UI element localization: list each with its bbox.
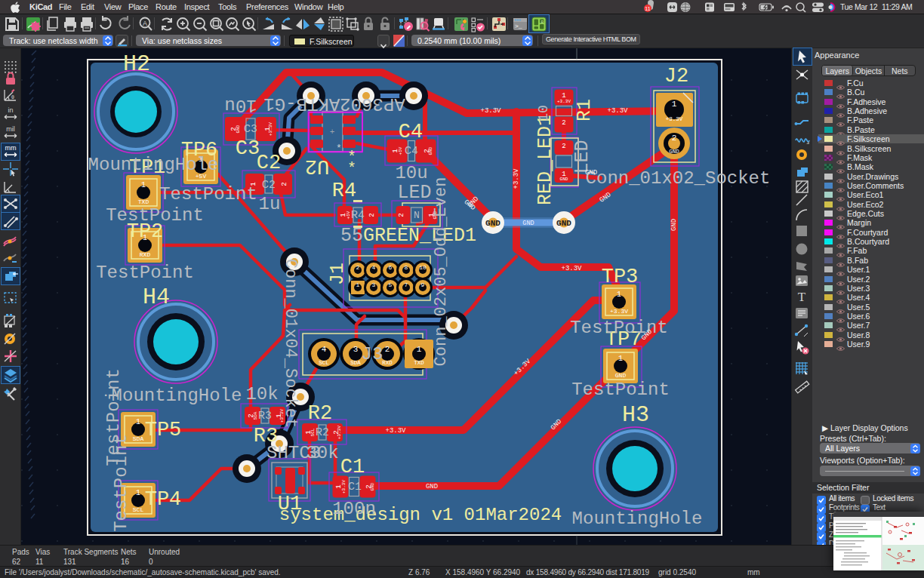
svg-text:SCL: SCL — [133, 506, 144, 513]
svg-text:J1: J1 — [327, 263, 349, 285]
svg-text:GND: GND — [485, 219, 500, 228]
svg-text:2: 2 — [368, 213, 376, 217]
svg-text:1: 1 — [356, 281, 360, 288]
svg-text:C1: C1 — [340, 456, 365, 478]
svg-text:4: 4 — [372, 264, 376, 271]
svg-text:N: N — [414, 210, 420, 221]
svg-text:3: 3 — [372, 281, 376, 288]
svg-text:2: 2 — [562, 119, 565, 127]
svg-text:2: 2 — [281, 182, 288, 186]
svg-text:TestPoint: TestPoint — [106, 205, 204, 226]
svg-text:MountingHole: MountingHole — [88, 155, 219, 175]
svg-text:SCL: SCL — [310, 428, 316, 436]
svg-text:+5V: +5V — [346, 211, 351, 219]
svg-text:9: 9 — [421, 281, 425, 288]
svg-text:+5V: +5V — [398, 146, 403, 155]
svg-text:MountingHole: MountingHole — [572, 509, 703, 529]
svg-text:J2: J2 — [664, 65, 688, 88]
svg-text:2: 2 — [672, 134, 677, 143]
svg-text:θ: θ — [11, 94, 14, 100]
svg-text:C4: C4 — [405, 145, 418, 158]
svg-text:SDA: SDA — [253, 411, 258, 420]
svg-text:+3.3V: +3.3V — [385, 427, 406, 435]
svg-text:GND: GND — [670, 219, 678, 231]
svg-text:C2: C2 — [257, 152, 281, 174]
svg-text:R2: R2 — [308, 402, 332, 425]
svg-text:C3: C3 — [244, 123, 257, 136]
svg-text:1: 1 — [672, 100, 677, 109]
svg-text:H4: H4 — [143, 284, 170, 310]
svg-text:+3.3V: +3.3V — [341, 480, 346, 493]
svg-text:R2: R2 — [316, 426, 329, 439]
svg-text:SHTC3: SHTC3 — [266, 443, 321, 463]
svg-text:Conn_02x05_Odd_Even: Conn_02x05_Odd_Even — [432, 177, 451, 367]
svg-text:10u: 10u — [395, 163, 427, 183]
svg-text:R4: R4 — [332, 180, 356, 202]
svg-text:A: A — [143, 20, 147, 27]
svg-text:+3.3V: +3.3V — [480, 107, 501, 115]
svg-text:1u: 1u — [259, 194, 281, 214]
svg-text:1: 1 — [417, 345, 422, 354]
svg-text:10u: 10u — [224, 95, 257, 115]
svg-text:GND: GND — [236, 125, 241, 133]
svg-text:2: 2 — [356, 264, 360, 271]
svg-text:LED: LED — [397, 182, 431, 204]
svg-text:H3: H3 — [622, 402, 649, 428]
svg-text:GND: GND — [556, 219, 571, 228]
svg-text:GND: GND — [560, 177, 568, 182]
svg-text:GND: GND — [669, 149, 679, 155]
svg-text:6: 6 — [389, 264, 393, 271]
svg-text:11:29 AM: 11:29 AM — [882, 2, 912, 11]
svg-text:GND: GND — [370, 482, 375, 490]
svg-text:C2: C2 — [262, 179, 276, 192]
svg-text:5: 5 — [389, 281, 393, 288]
svg-text:8: 8 — [405, 264, 408, 271]
svg-text:+3.3V: +3.3V — [666, 116, 683, 122]
svg-text:R3: R3 — [258, 410, 272, 423]
svg-text:GND: GND — [426, 483, 438, 490]
svg-text:GND: GND — [615, 372, 627, 379]
svg-text:+3.3V: +3.3V — [513, 168, 520, 189]
svg-text:R4: R4 — [351, 209, 365, 222]
svg-text:TestPoint: TestPoint — [111, 434, 131, 532]
svg-text:+: + — [330, 128, 335, 137]
svg-text:2: 2 — [385, 345, 390, 354]
svg-text:GND: GND — [522, 220, 534, 227]
svg-text:TestPoint: TestPoint — [570, 318, 668, 338]
svg-text:GREEN_LED1: GREEN_LED1 — [363, 225, 476, 247]
svg-text:TXD: TXD — [414, 360, 424, 366]
svg-text:R1: R1 — [574, 99, 596, 121]
svg-text:55: 55 — [340, 225, 363, 247]
svg-text:2: 2 — [398, 213, 405, 217]
svg-text:in: in — [8, 106, 13, 114]
svg-text:Conn_01x04_Socket: Conn_01x04_Socket — [281, 259, 300, 428]
svg-text:SDA: SDA — [133, 435, 144, 442]
svg-text:TestPoint: TestPoint — [96, 263, 194, 283]
svg-text:B: B — [541, 20, 544, 25]
svg-text:1: 1 — [136, 418, 140, 426]
svg-text:+3.3V: +3.3V — [607, 107, 628, 115]
svg-text:J3: J3 — [362, 344, 383, 364]
svg-text:Tue Mar 12: Tue Mar 12 — [840, 2, 878, 11]
svg-text:1: 1 — [141, 181, 146, 189]
svg-text:1: 1 — [617, 291, 621, 299]
svg-text:MountingHole: MountingHole — [112, 386, 242, 406]
svg-text:+3.3V: +3.3V — [557, 99, 571, 104]
svg-text:10: 10 — [419, 264, 427, 271]
svg-text:10: 10 — [536, 105, 551, 121]
svg-text:AP3602AKTB-G1: AP3602AKTB-G1 — [263, 94, 405, 114]
svg-text:+3.3V: +3.3V — [610, 308, 628, 315]
svg-text:TestPoint: TestPoint — [159, 184, 257, 204]
svg-text:1: 1 — [136, 489, 140, 497]
svg-text:4: 4 — [322, 345, 327, 354]
svg-text:TP4: TP4 — [145, 488, 182, 511]
svg-text:*: * — [347, 160, 356, 177]
svg-text:mil: mil — [6, 125, 15, 133]
svg-text:>_: >_ — [515, 23, 522, 29]
svg-text:2: 2 — [562, 143, 565, 150]
svg-text:11: 11 — [645, 6, 650, 11]
svg-text:system_design v1 01Mar2024: system_design v1 01Mar2024 — [279, 505, 562, 525]
svg-text:GND: GND — [428, 146, 433, 155]
svg-text:+3.3V: +3.3V — [268, 122, 273, 136]
svg-text:RXD: RXD — [140, 251, 151, 258]
